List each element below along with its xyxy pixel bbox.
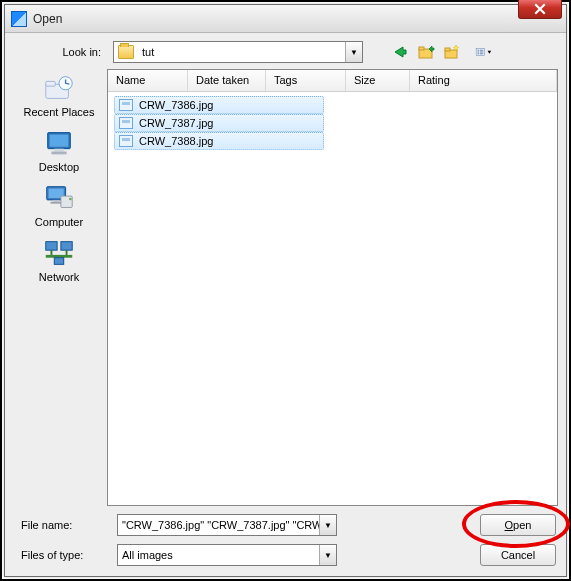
col-size[interactable]: Size	[346, 70, 410, 91]
col-rating[interactable]: Rating	[410, 70, 557, 91]
file-list: CRW_7386.jpg CRW_7387.jpg CRW_7388.jpg	[108, 92, 557, 154]
back-arrow-icon	[391, 43, 409, 61]
lookin-value: tut	[138, 46, 345, 58]
col-tags[interactable]: Tags	[266, 70, 346, 91]
filetype-label: Files of type:	[15, 549, 107, 561]
filetype-value: All images	[118, 549, 319, 561]
col-date[interactable]: Date taken	[188, 70, 266, 91]
folder-up-icon	[417, 43, 435, 61]
titlebar: Open	[5, 5, 566, 33]
svg-rect-1	[419, 47, 424, 50]
views-button[interactable]	[467, 41, 501, 63]
file-row[interactable]: CRW_7387.jpg	[114, 114, 324, 132]
svg-rect-21	[51, 202, 62, 204]
computer-icon	[42, 183, 76, 213]
place-label: Desktop	[39, 161, 79, 173]
svg-rect-24	[46, 242, 57, 251]
svg-rect-7	[477, 53, 479, 54]
svg-point-23	[69, 198, 71, 200]
svg-rect-6	[477, 51, 479, 52]
lookin-label: Look in:	[15, 46, 107, 58]
lookin-combo[interactable]: tut ▼	[113, 41, 363, 63]
chevron-down-icon[interactable]: ▼	[319, 545, 336, 565]
col-name[interactable]: Name	[108, 70, 188, 91]
image-file-icon	[119, 99, 133, 111]
app-icon	[11, 11, 27, 27]
close-button[interactable]	[518, 0, 562, 19]
file-list-pane[interactable]: Name Date taken Tags Size Rating CRW_738…	[107, 69, 558, 506]
svg-rect-15	[50, 135, 69, 147]
place-recent[interactable]: Recent Places	[15, 71, 103, 124]
place-desktop[interactable]: Desktop	[15, 126, 103, 179]
new-folder-button[interactable]	[441, 41, 463, 63]
open-dialog: Open Look in: tut ▼	[4, 4, 567, 577]
svg-rect-12	[46, 81, 55, 86]
svg-rect-8	[480, 50, 484, 51]
views-icon	[475, 43, 493, 61]
places-bar: Recent Places Desktop	[13, 69, 105, 506]
svg-rect-25	[61, 242, 72, 251]
open-button[interactable]: Open	[480, 514, 556, 536]
up-one-level-button[interactable]	[415, 41, 437, 63]
filename-label: File name:	[15, 519, 107, 531]
filename-row: File name: "CRW_7386.jpg" "CRW_7387.jpg"…	[15, 514, 556, 536]
recent-places-icon	[42, 73, 76, 103]
cancel-button[interactable]: Cancel	[480, 544, 556, 566]
chevron-down-icon[interactable]: ▼	[345, 42, 362, 62]
back-button[interactable]	[389, 41, 411, 63]
close-icon	[534, 3, 546, 15]
svg-rect-16	[54, 149, 63, 152]
filetype-row: Files of type: All images ▼ Cancel	[15, 544, 556, 566]
filename-value: "CRW_7386.jpg" "CRW_7387.jpg" "CRW_7388	[118, 519, 319, 531]
file-name: CRW_7387.jpg	[139, 117, 213, 129]
svg-rect-29	[54, 258, 63, 265]
svg-rect-5	[477, 50, 479, 51]
bottom-rows: File name: "CRW_7386.jpg" "CRW_7387.jpg"…	[13, 506, 558, 568]
folder-icon	[118, 45, 134, 59]
svg-rect-20	[53, 200, 59, 202]
new-folder-icon	[443, 43, 461, 61]
svg-rect-17	[51, 152, 66, 155]
file-row[interactable]: CRW_7388.jpg	[114, 132, 324, 150]
mid-row: Recent Places Desktop	[13, 69, 558, 506]
filename-combo[interactable]: "CRW_7386.jpg" "CRW_7387.jpg" "CRW_7388 …	[117, 514, 337, 536]
file-name: CRW_7388.jpg	[139, 135, 213, 147]
image-file-icon	[119, 135, 133, 147]
place-network[interactable]: Network	[15, 236, 103, 289]
svg-rect-27	[66, 250, 68, 255]
desktop-icon	[42, 128, 76, 158]
lookin-row: Look in: tut ▼	[13, 39, 558, 69]
svg-rect-3	[445, 48, 450, 51]
network-icon	[42, 238, 76, 268]
nav-toolbar	[389, 41, 501, 63]
column-headers[interactable]: Name Date taken Tags Size Rating	[108, 70, 557, 92]
place-label: Recent Places	[24, 106, 95, 118]
image-file-icon	[119, 117, 133, 129]
file-row[interactable]: CRW_7386.jpg	[114, 96, 324, 114]
filetype-combo[interactable]: All images ▼	[117, 544, 337, 566]
svg-rect-9	[480, 51, 484, 52]
svg-rect-26	[51, 250, 53, 255]
svg-rect-10	[480, 53, 484, 54]
dialog-body: Look in: tut ▼	[5, 33, 566, 576]
file-name: CRW_7386.jpg	[139, 99, 213, 111]
place-label: Network	[39, 271, 79, 283]
place-label: Computer	[35, 216, 83, 228]
place-computer[interactable]: Computer	[15, 181, 103, 234]
chevron-down-icon[interactable]: ▼	[319, 515, 336, 535]
window-title: Open	[33, 12, 518, 26]
screenshot-frame: Open Look in: tut ▼	[0, 0, 571, 581]
